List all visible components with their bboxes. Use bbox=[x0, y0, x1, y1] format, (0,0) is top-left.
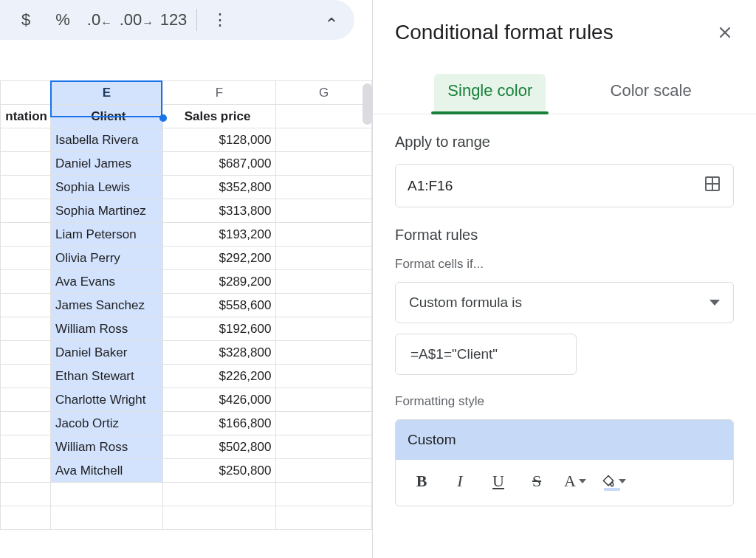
cell[interactable] bbox=[1, 128, 51, 152]
cell[interactable] bbox=[1, 199, 51, 223]
cell-client-header[interactable]: Client bbox=[50, 105, 162, 128]
cell[interactable] bbox=[276, 506, 372, 530]
cell[interactable] bbox=[1, 270, 51, 294]
spreadsheet-grid[interactable]: E F G ntationClientSales priceIsabella R… bbox=[0, 80, 372, 530]
cell-client[interactable]: Ava Evans bbox=[50, 270, 162, 294]
cell[interactable] bbox=[1, 506, 51, 530]
cell[interactable] bbox=[276, 388, 372, 412]
cell[interactable] bbox=[276, 247, 372, 270]
cell[interactable] bbox=[1, 388, 51, 412]
cell-price[interactable]: $558,600 bbox=[162, 294, 276, 317]
cell[interactable] bbox=[276, 341, 372, 365]
col-header-E[interactable]: E bbox=[50, 81, 162, 105]
cell-price[interactable]: $166,800 bbox=[162, 412, 276, 435]
cell[interactable] bbox=[1, 317, 51, 341]
cell-price[interactable]: $193,200 bbox=[162, 223, 276, 247]
cell[interactable] bbox=[276, 483, 372, 506]
vertical-scrollbar[interactable] bbox=[362, 83, 372, 125]
cell-client[interactable]: Sophia Martinez bbox=[50, 199, 162, 223]
decrease-decimal-button[interactable]: .0← bbox=[81, 0, 118, 40]
formula-input[interactable]: =A$1="Client" bbox=[395, 334, 577, 375]
strikethrough-button[interactable]: S bbox=[521, 469, 552, 494]
cell-price[interactable]: $128,000 bbox=[162, 128, 276, 152]
cell-price[interactable]: $502,800 bbox=[162, 435, 276, 459]
cell-client[interactable]: Daniel James bbox=[50, 152, 162, 176]
cell-client[interactable]: Sophia Lewis bbox=[50, 176, 162, 199]
col-header-D[interactable] bbox=[1, 81, 51, 105]
cell-price[interactable]: $289,200 bbox=[162, 270, 276, 294]
col-header-G[interactable]: G bbox=[276, 81, 372, 105]
cell-client[interactable]: William Ross bbox=[50, 435, 162, 459]
cell[interactable] bbox=[276, 105, 372, 128]
cell[interactable] bbox=[276, 176, 372, 199]
cell[interactable] bbox=[276, 412, 372, 435]
cell[interactable] bbox=[50, 506, 162, 530]
collapse-toolbar-button[interactable] bbox=[315, 0, 348, 40]
underline-button[interactable]: U bbox=[483, 469, 514, 494]
cell-price[interactable]: $226,200 bbox=[162, 365, 276, 388]
close-panel-button[interactable] bbox=[716, 24, 734, 41]
cell-price[interactable]: $426,000 bbox=[162, 388, 276, 412]
cell[interactable] bbox=[1, 435, 51, 459]
cell-client[interactable]: William Ross bbox=[50, 317, 162, 341]
range-input[interactable]: A1:F16 bbox=[395, 164, 734, 207]
cell-client[interactable]: Isabella Rivera bbox=[50, 128, 162, 152]
currency-format-button[interactable]: $ bbox=[7, 0, 44, 40]
more-formats-button[interactable]: 123 bbox=[155, 0, 192, 40]
cell[interactable] bbox=[276, 365, 372, 388]
cell-price[interactable]: $352,800 bbox=[162, 176, 276, 199]
text-color-button[interactable]: A bbox=[560, 469, 591, 494]
cell[interactable] bbox=[276, 435, 372, 459]
bold-button[interactable]: B bbox=[406, 469, 437, 494]
cell[interactable] bbox=[1, 459, 51, 483]
cell[interactable] bbox=[276, 459, 372, 483]
cell[interactable] bbox=[276, 294, 372, 317]
condition-dropdown[interactable]: Custom formula is bbox=[395, 282, 734, 323]
cell[interactable] bbox=[276, 152, 372, 176]
cell[interactable] bbox=[1, 412, 51, 435]
cell[interactable] bbox=[276, 199, 372, 223]
col-header-F[interactable]: F bbox=[162, 81, 276, 105]
select-range-button[interactable] bbox=[704, 175, 721, 196]
cell-client[interactable]: Daniel Baker bbox=[50, 341, 162, 365]
cell[interactable] bbox=[1, 294, 51, 317]
cell[interactable] bbox=[1, 247, 51, 270]
cell-price[interactable]: $250,800 bbox=[162, 459, 276, 483]
cell[interactable] bbox=[1, 152, 51, 176]
fill-color-button[interactable] bbox=[598, 469, 629, 494]
cell-price[interactable]: $328,800 bbox=[162, 341, 276, 365]
cell-client[interactable]: Ethan Stewart bbox=[50, 365, 162, 388]
cell[interactable] bbox=[50, 483, 162, 506]
cell-client[interactable]: Charlotte Wright bbox=[50, 388, 162, 412]
cell-price[interactable]: $687,000 bbox=[162, 152, 276, 176]
cell[interactable] bbox=[1, 365, 51, 388]
cell[interactable] bbox=[276, 270, 372, 294]
toolbar-overflow-button[interactable]: ⋮ bbox=[202, 0, 238, 40]
cell[interactable] bbox=[1, 483, 51, 506]
cell-client[interactable]: James Sanchez bbox=[50, 294, 162, 317]
increase-decimal-button[interactable]: .00→ bbox=[118, 0, 155, 40]
cell[interactable] bbox=[276, 317, 372, 341]
cell[interactable] bbox=[1, 341, 51, 365]
cell[interactable] bbox=[276, 223, 372, 247]
cell-salesprice-header[interactable]: Sales price bbox=[162, 105, 276, 128]
cell[interactable] bbox=[1, 223, 51, 247]
cell-client[interactable]: Ava Mitchell bbox=[50, 459, 162, 483]
cell[interactable] bbox=[162, 483, 276, 506]
cell-client[interactable]: Olivia Perry bbox=[50, 247, 162, 270]
italic-button[interactable]: I bbox=[444, 469, 475, 494]
cell[interactable] bbox=[1, 176, 51, 199]
cell-price[interactable]: $313,800 bbox=[162, 199, 276, 223]
cell-price[interactable]: $292,200 bbox=[162, 247, 276, 270]
cell-client[interactable]: Jacob Ortiz bbox=[50, 412, 162, 435]
table-row bbox=[1, 506, 372, 530]
cell-client[interactable]: Liam Peterson bbox=[50, 223, 162, 247]
style-preview[interactable]: Custom bbox=[396, 420, 733, 460]
tab-single-color[interactable]: Single color bbox=[434, 74, 546, 114]
tab-color-scale[interactable]: Color scale bbox=[608, 74, 695, 114]
percent-format-button[interactable]: % bbox=[44, 0, 81, 40]
cell[interactable] bbox=[162, 506, 276, 530]
cell[interactable] bbox=[276, 128, 372, 152]
cell-price[interactable]: $192,600 bbox=[162, 317, 276, 341]
cell[interactable]: ntation bbox=[1, 105, 51, 128]
